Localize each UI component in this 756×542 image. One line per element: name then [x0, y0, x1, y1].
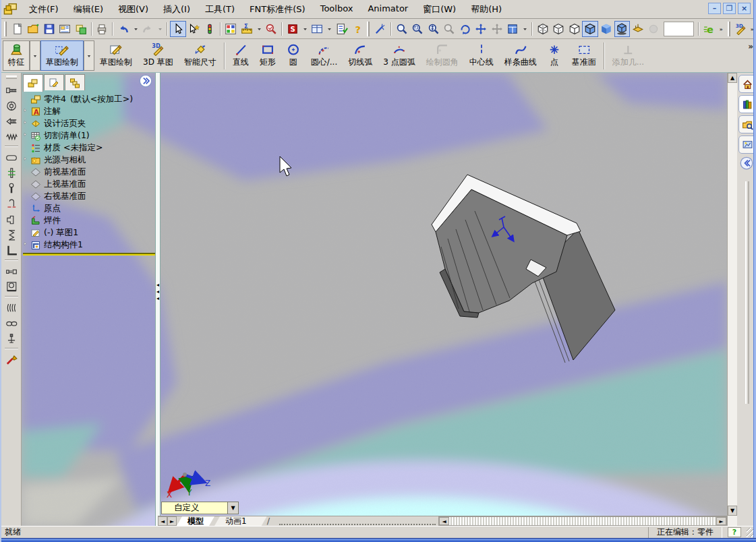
expand-arrow-icon[interactable]: [23, 157, 30, 163]
features-button[interactable]: 特征: [3, 40, 30, 71]
save-icon[interactable]: [41, 21, 57, 37]
toolbar-grip[interactable]: [367, 22, 370, 36]
undo-dropdown-icon[interactable]: [132, 21, 140, 37]
viewport-layout-icon[interactable]: [310, 21, 326, 37]
print-icon[interactable]: [94, 21, 111, 37]
smart-dimension-button[interactable]: 智能尺寸: [179, 40, 222, 71]
menu-9[interactable]: 窗口(W): [415, 1, 463, 18]
tangent-arc-button[interactable]: 切线弧: [343, 40, 378, 71]
rebuild-stoplight-icon[interactable]: [202, 21, 218, 37]
toolbar-grip[interactable]: [728, 22, 730, 36]
tab-scroll-right-button[interactable]: ►: [167, 516, 177, 526]
toolbar-grip[interactable]: [6, 76, 17, 79]
menu-8[interactable]: Animator: [360, 1, 415, 18]
expand-arrow-icon[interactable]: [23, 242, 30, 248]
render-icon[interactable]: [264, 21, 280, 37]
chain-icon[interactable]: [3, 315, 20, 330]
rotate-view-icon[interactable]: [457, 21, 473, 37]
section-view-icon[interactable]: [630, 21, 646, 37]
shaded-with-edges-icon[interactable]: [582, 21, 598, 37]
bracket-icon[interactable]: [3, 278, 20, 294]
scroll-down-arrow-icon[interactable]: ▼: [728, 506, 737, 516]
shadow-icon[interactable]: [614, 21, 631, 37]
point-button[interactable]: 点: [542, 40, 566, 71]
plane-button[interactable]: 基准面: [566, 40, 602, 71]
menu-2[interactable]: 编辑(E): [66, 1, 111, 18]
tree-item-top-plane[interactable]: 上视基准面: [23, 178, 155, 190]
centerline-button[interactable]: 中心线: [464, 40, 499, 71]
tab-animation1[interactable]: 动画1: [214, 516, 267, 526]
toolbox-dropdown-icon[interactable]: [301, 21, 310, 37]
standard-views-dropdown-icon[interactable]: [521, 21, 529, 37]
sketch-button-dropdown[interactable]: [84, 40, 94, 71]
menu-4[interactable]: 插入(I): [156, 1, 198, 18]
shaded-icon[interactable]: [598, 21, 614, 37]
tree-item-material[interactable]: 材质 <未指定>: [23, 142, 155, 154]
sketch3d-button[interactable]: 3D3D 草图: [138, 40, 179, 71]
bolt-icon[interactable]: [3, 82, 20, 97]
quick-help-button[interactable]: ?: [728, 527, 741, 537]
tree-item-design-binder[interactable]: 设计活页夹: [23, 117, 155, 129]
circle-button[interactable]: 圆: [281, 40, 306, 71]
three-point-arc-button[interactable]: 3 点圆弧: [378, 40, 420, 71]
spring-icon[interactable]: [3, 227, 20, 242]
tab-feature-manager[interactable]: [23, 74, 43, 92]
view-orientation-icon[interactable]: [372, 21, 388, 37]
select-other-icon[interactable]: [186, 21, 202, 37]
t-slot-icon[interactable]: [3, 330, 20, 346]
tree-item-weldment[interactable]: 焊件: [23, 214, 155, 227]
help-icon[interactable]: ?: [350, 21, 366, 37]
new-document-icon[interactable]: [9, 21, 26, 37]
hidden-lines-removed-icon[interactable]: [566, 21, 583, 37]
menu-6[interactable]: FNT标准件(S): [242, 1, 313, 18]
custom-tool-icon[interactable]: [3, 351, 20, 367]
rivet-icon[interactable]: [3, 180, 20, 195]
close-button[interactable]: ×: [738, 3, 751, 14]
options-checklist-icon[interactable]: [334, 21, 350, 37]
restore-button[interactable]: ❐: [723, 3, 736, 14]
edrawings-icon[interactable]: e: [701, 21, 718, 37]
threaded-stud-icon[interactable]: [3, 128, 20, 144]
tab-model[interactable]: 模型: [177, 516, 214, 526]
tab-configuration-manager[interactable]: [65, 74, 85, 90]
undo-icon[interactable]: [115, 21, 132, 37]
overflow-chevron-icon[interactable]: »: [718, 21, 726, 37]
toolbar-grip[interactable]: [4, 22, 7, 36]
make-assembly-icon[interactable]: [73, 21, 89, 37]
expand-arrow-icon[interactable]: [23, 121, 30, 127]
tree-item-lights-cameras[interactable]: 光源与相机: [23, 154, 155, 166]
open-icon[interactable]: [26, 21, 42, 37]
expand-arrow-icon[interactable]: [23, 133, 30, 139]
pan-icon[interactable]: [473, 21, 489, 37]
chevron-down-icon[interactable]: ▼: [227, 502, 238, 514]
measure-icon[interactable]: Σ: [239, 21, 255, 37]
zoom-inout-icon[interactable]: [426, 21, 442, 37]
centerpoint-arc-button[interactable]: 圆心/...: [306, 40, 343, 71]
line-button[interactable]: 直线: [227, 40, 254, 71]
standard-views-icon[interactable]: [504, 21, 521, 37]
tab-scroll-left-button[interactable]: ◄: [158, 516, 167, 526]
screw-icon[interactable]: [3, 113, 20, 128]
solidworks-toolbox-icon[interactable]: S: [285, 21, 301, 37]
horizontal-scroll-track[interactable]: [449, 517, 716, 525]
menu-7[interactable]: Toolbox: [313, 1, 361, 18]
menu-3[interactable]: 视图(V): [111, 1, 156, 18]
expand-arrow-icon[interactable]: [23, 109, 30, 115]
angle-bracket-icon[interactable]: [3, 242, 20, 258]
tree-item-right-plane[interactable]: 右视基准面: [23, 190, 155, 202]
tree-item-front-plane[interactable]: 前视基准面: [23, 166, 155, 178]
pin-icon[interactable]: [3, 164, 20, 180]
menu-1[interactable]: 文件(F): [22, 1, 66, 18]
scroll-right-arrow-icon[interactable]: ►: [716, 517, 726, 525]
tree-item-origin[interactable]: 原点: [23, 202, 155, 214]
tree-item-annotations[interactable]: A注解: [23, 105, 155, 117]
select-icon[interactable]: [170, 21, 186, 37]
clamp-icon[interactable]: [3, 195, 20, 211]
tree-root-part[interactable]: 零件4(默认<按加工>): [23, 93, 155, 105]
scroll-up-arrow-icon[interactable]: ▲: [728, 73, 737, 83]
wireframe-icon[interactable]: [535, 21, 551, 37]
zoom-fit-icon[interactable]: [394, 21, 410, 37]
color-swatches-icon[interactable]: [223, 21, 239, 37]
zoom-area-icon[interactable]: [409, 21, 426, 37]
vertical-scrollbar[interactable]: ▲ ▼: [727, 73, 737, 526]
